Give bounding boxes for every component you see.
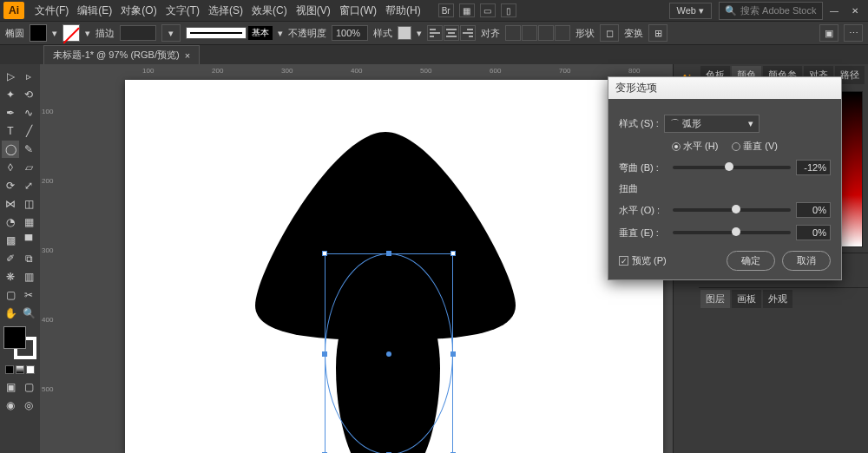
lasso-tool[interactable]: ⟲ [20,86,37,103]
bend-slider[interactable] [673,166,791,169]
ellipse-tool[interactable]: ◯ [2,141,19,158]
stroke-swatch[interactable] [62,24,80,42]
align-center-icon[interactable] [444,25,459,41]
preview-checkbox[interactable]: ✓预览 (P) [619,254,667,267]
minimize-icon[interactable]: — [826,3,842,17]
workspace-switcher[interactable]: Web ▾ [669,3,712,19]
document-tab[interactable]: 未标题-1* @ 97% (RGB/预览) × [43,45,200,64]
selection-handle[interactable] [322,251,327,256]
chevron-down-icon[interactable]: ▾ [52,28,57,39]
grid-icon[interactable]: ▯ [501,3,516,17]
eyedropper-tool[interactable]: ✐ [2,250,19,267]
orientation-vertical-radio[interactable]: 垂直 (V) [732,140,778,153]
symbol-sprayer-tool[interactable]: ❋ [2,268,19,286]
ok-button[interactable]: 确定 [727,251,775,271]
free-transform-tool[interactable]: ◫ [20,195,37,213]
close-icon[interactable]: ✕ [847,3,863,17]
orientation-horizontal-radio[interactable]: 水平 (H) [672,140,718,153]
path-anchor[interactable] [322,351,327,357]
menu-edit[interactable]: 编辑(E) [74,2,115,20]
line-tool[interactable]: ╱ [20,122,37,140]
slice-tool[interactable]: ✂ [20,286,37,304]
pathfinder-icon[interactable] [555,25,570,41]
opacity-input[interactable] [332,25,368,41]
menu-object[interactable]: 对象(O) [117,2,160,20]
stock-icon[interactable]: ▦ [459,3,475,17]
warp-style-select[interactable]: ⌒ 弧形 ▾ [664,115,760,133]
transform-button[interactable]: ⊞ [648,24,667,42]
tab-layers[interactable]: 图层 [700,290,730,308]
distort-h-slider[interactable] [673,208,791,212]
pathfinder-icon[interactable] [522,25,537,41]
perspective-tool[interactable]: ▦ [20,213,37,231]
cancel-button[interactable]: 取消 [782,251,831,271]
rotate-tool[interactable]: ⟳ [2,177,19,194]
menu-window[interactable]: 窗口(W) [336,2,380,20]
blend-tool[interactable]: ⧉ [20,250,37,267]
chevron-down-icon[interactable]: ▾ [278,28,283,39]
stroke-profile-button[interactable]: ▾ [161,24,181,42]
path-anchor[interactable] [386,251,391,256]
bend-value[interactable]: -12% [796,160,831,175]
shape-builder-tool[interactable]: ◔ [2,213,19,231]
shaper-tool[interactable]: ◊ [2,159,19,176]
mesh-tool[interactable]: ▩ [2,232,19,249]
menu-select[interactable]: 选择(S) [205,2,247,20]
menu-help[interactable]: 帮助(H) [382,2,424,20]
distort-v-value[interactable]: 0% [796,225,831,240]
graph-tool[interactable]: ▥ [20,268,37,286]
scale-tool[interactable]: ⤢ [20,177,37,194]
pathfinder-icon[interactable] [538,25,554,41]
brush-basic-chip[interactable]: 基本 [248,26,273,40]
curvature-tool[interactable]: ∿ [20,104,37,121]
color-mode-gradient[interactable] [16,365,24,374]
more-button[interactable]: ⋯ [844,24,863,42]
menu-file[interactable]: 文件(F) [31,2,72,20]
zoom-tool[interactable]: 🔍 [20,305,37,322]
fill-stroke-control[interactable] [3,326,36,359]
pathfinder-icon[interactable] [505,25,521,41]
tab-appearance[interactable]: 外观 [763,290,792,308]
width-tool[interactable]: ⋈ [2,195,19,213]
hand-tool[interactable]: ✋ [2,305,19,322]
draw-behind-icon[interactable]: ◎ [20,397,37,414]
fill-chip[interactable] [3,326,26,349]
screen-mode-normal[interactable]: ▣ [2,378,19,396]
color-mode-none[interactable] [26,365,35,374]
graphic-style-swatch[interactable] [398,26,411,40]
menu-effect[interactable]: 效果(C) [248,2,291,20]
arrange-icon[interactable]: ▭ [480,3,496,17]
pen-tool[interactable]: ✒ [2,104,19,121]
canvas[interactable]: 100 200 300 400 500 600 700 800 [56,64,673,453]
search-input[interactable]: 🔍搜索 Adobe Stock [719,2,823,20]
stroke-weight-input[interactable] [120,25,156,41]
screen-mode-full[interactable]: ▢ [20,378,37,396]
direct-selection-tool[interactable]: ▹ [20,68,37,85]
center-anchor[interactable] [386,351,391,357]
path-anchor[interactable] [450,351,456,357]
chevron-down-icon[interactable]: ▾ [417,28,422,39]
tab-artboards[interactable]: 画板 [732,290,761,308]
fill-swatch[interactable] [30,24,47,42]
bridge-icon[interactable]: Br [438,3,454,17]
gradient-tool[interactable]: ▀ [20,232,37,249]
close-icon[interactable]: × [185,50,190,61]
distort-v-slider[interactable] [673,231,791,234]
align-left-icon[interactable] [427,25,443,41]
shape-button[interactable]: ◻ [600,24,619,42]
stroke-preview[interactable] [186,27,247,39]
isolate-button[interactable]: ▣ [819,24,838,42]
magic-wand-tool[interactable]: ✦ [2,86,19,103]
artboard[interactable] [125,80,663,453]
paintbrush-tool[interactable]: ✎ [20,141,37,158]
type-tool[interactable]: T [2,122,19,140]
color-mode-solid[interactable] [5,365,14,374]
selection-handle[interactable] [450,251,456,256]
align-right-icon[interactable] [460,25,476,41]
menu-type[interactable]: 文字(T) [162,2,203,20]
selection-tool[interactable]: ▷ [2,68,19,85]
distort-h-value[interactable]: 0% [796,202,831,218]
menu-view[interactable]: 视图(V) [293,2,334,20]
chevron-down-icon[interactable]: ▾ [85,28,90,39]
artboard-tool[interactable]: ▢ [2,286,19,304]
